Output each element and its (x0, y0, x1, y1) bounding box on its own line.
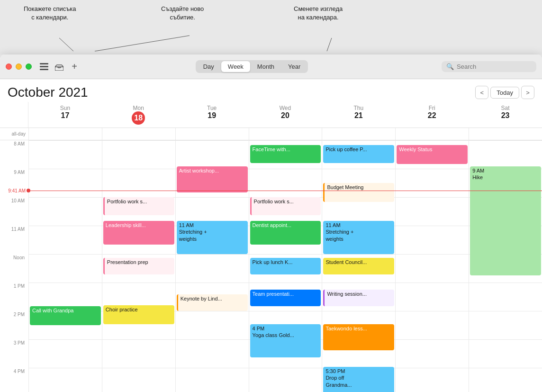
calendar-window: + Day Week Month Year 🔍 October 2021 < T… (0, 55, 542, 392)
tooltip-2: Създайте новосъбитие. (161, 5, 204, 22)
inbox-button[interactable] (53, 60, 66, 73)
close-button[interactable] (6, 64, 12, 70)
event-dentist[interactable]: Dentist appoint... (250, 221, 321, 245)
day-col-sat: 9 AMHike 7 PM (469, 140, 542, 392)
event-taekwondo[interactable]: Taekwondo less... (323, 324, 394, 350)
month-title: October 2021 (8, 85, 88, 100)
month-header: October 2021 < Today > (0, 79, 542, 102)
day-header-wed: Wed 20 (249, 102, 322, 128)
tooltip-1: Покажете списъкас календари. (24, 5, 76, 22)
event-artist-workshop[interactable]: Artist workshop... (177, 166, 248, 192)
svg-line-1 (95, 36, 190, 51)
hour-label-10am: 10 AM (0, 197, 28, 226)
event-presentation-prep[interactable]: Presentation prep (103, 258, 174, 274)
time-offset (0, 102, 28, 128)
event-budget-meeting[interactable]: Budget Meeting (323, 183, 394, 202)
hour-label-8am: 8 AM (0, 140, 28, 169)
allday-fri (395, 128, 469, 140)
day-header-tue: Tue 19 (175, 102, 249, 128)
day-header-sat: Sat 23 (469, 102, 542, 128)
allday-wed (249, 128, 322, 140)
svg-rect-3 (40, 63, 48, 64)
allday-sun (28, 128, 102, 140)
view-tabs-container: Day Week Month Year (81, 60, 423, 73)
event-stretching-thu[interactable]: 11 AMStretching +weights (323, 221, 394, 254)
event-portfolio-mon[interactable]: Portfolio work s... (103, 197, 174, 215)
hour-label-2pm: 2 PM (0, 311, 28, 339)
hour-label-3pm: 3 PM (0, 339, 28, 368)
hour-label-9am: 9 AM (0, 169, 28, 197)
today-button[interactable]: Today (490, 87, 519, 99)
svg-rect-5 (40, 69, 48, 70)
event-choir-practice[interactable]: Choir practice (103, 305, 174, 324)
day-header-mon: Mon 18 (102, 102, 175, 128)
titlebar-right: 🔍 (423, 61, 536, 72)
event-stretching-tue[interactable]: 11 AMStretching +weights (177, 221, 248, 254)
tab-year[interactable]: Year (281, 61, 307, 72)
search-input[interactable] (457, 63, 532, 70)
allday-thu (322, 128, 395, 140)
view-tabs: Day Week Month Year (196, 60, 308, 73)
svg-line-2 (327, 38, 332, 51)
event-pickup-lunch[interactable]: Pick up lunch K... (250, 258, 321, 274)
allday-mon (102, 128, 175, 140)
titlebar: + Day Week Month Year 🔍 (0, 55, 542, 79)
tab-month[interactable]: Month (251, 61, 281, 72)
hour-label-11am: 11 AM (0, 226, 28, 254)
event-keynote[interactable]: Keynote by Lind... (177, 294, 248, 311)
event-call-grandpa[interactable]: Call with Grandpa (30, 306, 101, 325)
tooltip-area: Покажете списъкас календари. Създайте но… (0, 0, 542, 55)
prev-button[interactable]: < (475, 86, 488, 99)
next-button[interactable]: > (521, 86, 534, 99)
event-student-council[interactable]: Student Council... (323, 258, 394, 274)
day-col-wed: FaceTime with... Portfolio work s... Den… (249, 140, 322, 392)
time-grid-container: 8 AM 9 AM 10 AM 11 AM Noon 1 PM 2 PM 3 P… (0, 140, 542, 392)
event-hike[interactable]: 9 AMHike (470, 166, 541, 275)
day-col-thu: Pick up coffee P... Budget Meeting 11 AM… (322, 140, 395, 392)
search-icon: 🔍 (446, 63, 454, 70)
minimize-button[interactable] (16, 64, 22, 70)
time-grid: 8 AM 9 AM 10 AM 11 AM Noon 1 PM 2 PM 3 P… (0, 140, 542, 392)
day-header-thu: Thu 21 (322, 102, 395, 128)
allday-label: all-day (0, 128, 28, 140)
svg-rect-4 (40, 66, 48, 67)
nav-buttons: < Today > (475, 86, 534, 99)
event-team-presentation[interactable]: Team presentati... (250, 290, 321, 306)
event-weekly-status[interactable]: Weekly Status (397, 145, 468, 164)
event-writing-session[interactable]: Writing session... (323, 290, 394, 306)
day-col-tue: Artist workshop... 11 AMStretching +weig… (175, 140, 249, 392)
day-header-sun: Sun 17 (28, 102, 102, 128)
event-portfolio-wed[interactable]: Portfolio work s... (250, 197, 321, 215)
traffic-lights (6, 64, 32, 70)
day-col-mon: Portfolio work s... Leadership skill... … (102, 140, 175, 392)
calendar-grid: Sun 17 Mon 18 Tue 19 Wed 20 Thu 21 Fri 2… (0, 102, 542, 392)
allday-row: all-day (0, 128, 542, 140)
tooltip-3: Сменете изгледана календара. (294, 5, 343, 22)
day-header-fri: Fri 22 (395, 102, 469, 128)
hour-label-4pm: 4 PM (0, 368, 28, 392)
allday-tue (175, 128, 249, 140)
svg-line-0 (59, 38, 73, 51)
event-pickup-coffee[interactable]: Pick up coffee P... (323, 145, 394, 163)
day-headers: Sun 17 Mon 18 Tue 19 Wed 20 Thu 21 Fri 2… (0, 102, 542, 128)
time-labels-col: 8 AM 9 AM 10 AM 11 AM Noon 1 PM 2 PM 3 P… (0, 140, 28, 392)
tooltip-arrows (0, 0, 542, 55)
tab-day[interactable]: Day (197, 61, 221, 72)
tab-week[interactable]: Week (221, 61, 250, 72)
allday-sat (469, 128, 542, 140)
svg-rect-6 (55, 67, 63, 71)
day-col-fri: Weekly Status (395, 140, 469, 392)
maximize-button[interactable] (26, 64, 32, 70)
event-facetime[interactable]: FaceTime with... (250, 145, 321, 163)
add-event-button[interactable]: + (68, 60, 81, 73)
event-drop-off[interactable]: 5:30 PMDrop offGrandma... (323, 367, 394, 392)
event-leadership[interactable]: Leadership skill... (103, 221, 174, 245)
hour-label-1pm: 1 PM (0, 283, 28, 311)
event-yoga[interactable]: 4 PMYoga class Gold... (250, 324, 321, 357)
search-box[interactable]: 🔍 (442, 61, 536, 72)
time-grid-scroll[interactable]: 8 AM 9 AM 10 AM 11 AM Noon 1 PM 2 PM 3 P… (0, 140, 542, 392)
calendar-list-button[interactable] (37, 60, 51, 73)
hour-label-noon: Noon (0, 254, 28, 283)
day-col-sun: Call with Grandpa (28, 140, 102, 392)
